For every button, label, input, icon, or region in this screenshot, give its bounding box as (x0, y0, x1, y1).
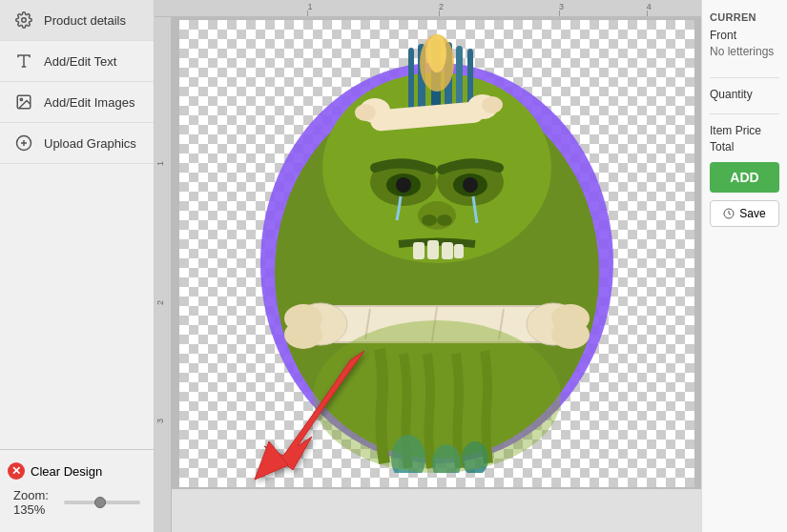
add-button[interactable]: ADD (710, 162, 779, 193)
sidebar-item-upload-graphics-label: Upload Graphics (44, 136, 136, 151)
svg-point-43 (551, 320, 590, 349)
clear-design-label: Clear Design (31, 464, 102, 479)
sidebar-item-add-edit-images-label: Add/Edit Images (44, 95, 135, 110)
svg-point-32 (437, 215, 452, 226)
svg-point-40 (284, 320, 322, 349)
sidebar-item-upload-graphics[interactable]: Upload Graphics (0, 123, 154, 164)
save-icon (723, 208, 735, 219)
divider-2 (710, 113, 779, 114)
front-label: Front (710, 29, 779, 42)
total-label: Total (710, 140, 779, 153)
svg-point-29 (463, 177, 478, 193)
sidebar-item-product-details-label: Product details (44, 13, 126, 28)
clear-design-button[interactable]: ✕ Clear Design (0, 458, 154, 484)
svg-rect-34 (427, 240, 439, 259)
sidebar-item-add-edit-images[interactable]: Add/Edit Images (0, 82, 154, 123)
svg-point-31 (422, 215, 437, 226)
canvas-inner (179, 20, 694, 487)
ruler-top: 1 2 3 4 (155, 0, 701, 17)
gear-icon (13, 10, 34, 31)
zoom-thumb[interactable] (94, 497, 106, 508)
sidebar-item-add-edit-text[interactable]: Add/Edit Text (0, 41, 154, 82)
svg-point-30 (418, 201, 456, 230)
save-button-label: Save (739, 207, 765, 220)
sticker-image (213, 30, 661, 478)
clear-icon: ✕ (8, 462, 25, 480)
ruler-left: 1 2 3 (155, 17, 172, 532)
sidebar-item-product-details[interactable]: Product details (0, 0, 154, 41)
svg-rect-36 (454, 244, 464, 258)
current-section-title: CURREN (710, 11, 779, 23)
text-icon (13, 51, 34, 72)
item-price-label: Item Price (710, 124, 779, 137)
svg-rect-35 (442, 242, 453, 259)
sidebar: Product details Add/Edit Text Add/Edit I… (0, 0, 155, 532)
canvas-area: 1 2 3 4 1 2 3 (155, 0, 701, 532)
divider-1 (710, 77, 779, 78)
svg-point-18 (427, 34, 446, 72)
quantity-label: Quantity (710, 88, 779, 101)
right-panel: CURREN Front No letterings Quantity Item… (701, 0, 787, 532)
canvas-content (172, 17, 701, 489)
zoom-label: Zoom: 135% (13, 488, 56, 517)
ruler-mark-v-2: 2 (155, 300, 165, 305)
ruler-mark-v-1: 1 (155, 161, 165, 166)
svg-point-23 (482, 96, 503, 113)
svg-rect-33 (413, 242, 425, 259)
svg-point-28 (396, 177, 411, 193)
ruler-mark-v-3: 3 (155, 419, 165, 423)
svg-point-4 (20, 98, 22, 100)
sidebar-item-add-edit-text-label: Add/Edit Text (44, 54, 116, 69)
svg-rect-15 (408, 48, 414, 114)
image-icon (13, 92, 34, 113)
svg-point-50 (313, 320, 561, 473)
save-button[interactable]: Save (710, 200, 779, 227)
svg-point-0 (22, 18, 27, 23)
zoom-slider[interactable] (64, 501, 140, 504)
svg-point-21 (355, 104, 376, 121)
upload-icon (13, 133, 34, 153)
no-letterings-value: No letterings (710, 45, 779, 58)
